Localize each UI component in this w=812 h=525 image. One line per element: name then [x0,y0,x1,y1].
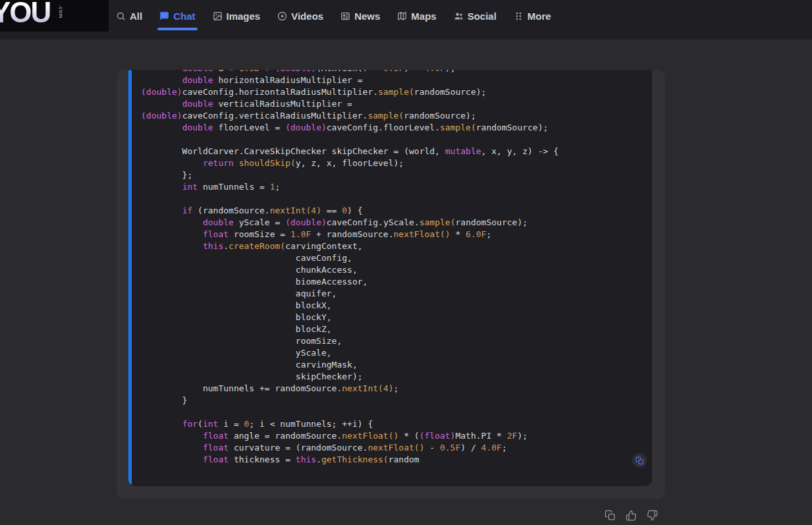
tab-label: Videos [291,11,323,22]
thumbs-up-button[interactable] [625,509,637,522]
thumbs-down-button[interactable] [646,509,659,522]
tab-images[interactable]: Images [213,8,261,24]
answer-card: double d = 1.5D + (double)(Mth.sin(f * 0… [117,70,665,499]
search-tabs: All Chat Images Videos News [116,8,551,24]
top-nav-bar: YOU .com All Chat Images Videos [0,0,812,40]
logo-text: YOU [0,0,50,29]
videos-icon [277,11,287,21]
social-icon [454,11,464,21]
tab-videos[interactable]: Videos [277,8,323,24]
tab-label: Maps [411,11,436,22]
search-icon [116,11,126,21]
maps-icon [397,11,407,21]
tab-news[interactable]: News [340,8,380,24]
response-actions [604,509,659,522]
code-content: double d = 1.5D + (double)(Mth.sin(f * 0… [132,70,652,466]
news-icon [340,11,350,21]
tab-label: Chat [173,11,195,22]
tab-chat[interactable]: Chat [159,8,195,24]
copy-response-button[interactable] [604,509,616,522]
tab-label: More [528,11,551,22]
chat-icon [159,11,169,21]
tab-label: All [130,11,142,22]
tab-label: Images [227,11,261,22]
tab-all[interactable]: All [116,8,142,24]
copy-code-button[interactable] [632,453,647,468]
tab-social[interactable]: Social [454,8,497,24]
logo[interactable]: YOU .com [0,0,109,32]
logo-suffix: .com [58,5,64,18]
more-grid-icon [514,11,524,21]
tab-label: Social [468,11,497,22]
copy-icon [636,456,644,465]
copy-icon [605,510,616,521]
tab-label: News [354,11,380,22]
code-block: double d = 1.5D + (double)(Mth.sin(f * 0… [128,70,652,486]
tab-maps[interactable]: Maps [397,8,436,24]
thumbs-up-icon [626,510,637,521]
thumbs-down-icon [647,510,658,521]
images-icon [213,11,223,21]
tab-more[interactable]: More [514,8,551,24]
